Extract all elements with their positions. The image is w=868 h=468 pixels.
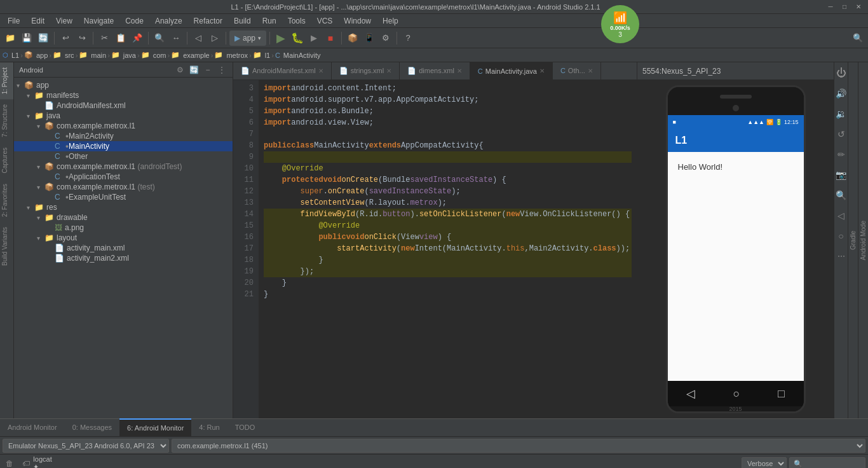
tree-item-main2activity[interactable]: C ● Main2Activity [14,131,233,141]
tree-item-java[interactable]: ▾ 📁 java [14,111,233,121]
close-button[interactable]: ✕ [854,3,863,11]
tree-item-other[interactable]: C ● Other [14,151,233,162]
tab-other-close[interactable]: ✕ [588,67,593,74]
avd-manager-btn[interactable]: 📱 [362,31,377,46]
minimize-button[interactable]: ─ [826,3,835,11]
right-tool-rotate[interactable]: ↺ [836,126,847,142]
menu-help[interactable]: Help [377,15,403,27]
phone-recent-btn[interactable]: □ [778,387,785,401]
right-tool-zoom[interactable]: 🔍 [836,187,847,203]
tab-androidmanifest[interactable]: 📄 AndroidManifest.xml ✕ [233,62,332,79]
tb-nav-fwd[interactable]: ▷ [207,31,222,46]
tb-undo-btn[interactable]: ↩ [58,31,73,46]
tree-item-app[interactable]: ▾ 📦 app [14,80,233,90]
stop-button[interactable]: ■ [323,31,338,46]
nav-l1-pkg[interactable]: 📁 l1 [253,51,271,59]
nav-example[interactable]: 📁 example [171,51,210,59]
menu-window[interactable]: Window [339,15,376,27]
nav-src[interactable]: 📁 src [53,51,74,59]
right-tool-volume-down[interactable]: 🔉 [836,106,847,122]
tb-redo-btn[interactable]: ↪ [74,31,90,46]
bottom-tab-todo[interactable]: TODO [227,418,263,436]
tab-other[interactable]: C Oth... ✕ [553,62,601,79]
run-button[interactable]: ▶ [273,31,288,46]
tab-androidmanifest-close[interactable]: ✕ [318,67,323,74]
nav-metrox[interactable]: 📁 metrox [214,51,248,59]
tab-strings[interactable]: 📄 strings.xml ✕ [332,62,400,79]
nav-com[interactable]: 📁 com [141,51,166,59]
tab-mainactivity-close[interactable]: ✕ [539,67,545,74]
tb-nav-back[interactable]: ◁ [191,31,206,46]
nav-app[interactable]: 📦 app [24,51,48,59]
tab-mainactivity[interactable]: C MainActivity.java ✕ [470,62,553,79]
menu-vcs[interactable]: VCS [312,15,338,27]
right-tool-eraser[interactable]: ✏ [836,146,847,163]
menu-refactor[interactable]: Refactor [189,15,227,27]
vert-tab-favorites[interactable]: 2: Favorites [0,179,13,222]
project-options-btn[interactable]: ⋮ [216,64,227,76]
nav-main[interactable]: 📁 main [79,51,106,59]
bt-logcat-btn[interactable]: logcat ✦ [36,457,50,469]
bt-tag-btn[interactable]: 🏷 [19,457,33,469]
right-tool-circle[interactable]: ○ [836,228,847,244]
menu-navigate[interactable]: Navigate [79,15,119,27]
sdk-manager-btn[interactable]: 📦 [345,31,360,46]
project-sync-btn[interactable]: 🔄 [188,64,200,76]
menu-view[interactable]: View [51,15,78,27]
tb-open-btn[interactable]: 📁 [3,31,18,46]
menu-analyze[interactable]: Analyze [150,15,187,27]
vert-tab-project[interactable]: 1: Project [0,62,13,99]
gradle-tab[interactable]: Gradle [848,62,858,418]
debug-button[interactable]: 🐛 [290,31,305,46]
bottom-tab-android-monitor-6[interactable]: 6: Android Monitor [119,418,191,436]
tb-sync-btn[interactable]: 🔄 [36,31,51,46]
log-filter-input[interactable] [789,457,865,469]
tree-item-applicationtest[interactable]: C ● ApplicationTest [14,172,233,182]
settings-btn[interactable]: ⚙ [378,31,393,46]
tree-item-pkg-androidtest[interactable]: ▾ 📦 com.example.metrox.l1 (androidTest) [14,162,233,172]
vert-tab-variants[interactable]: Build Variants [0,222,13,271]
log-level-selector[interactable]: Verbose Debug Info Warn Error [742,457,787,469]
tree-item-mainactivity[interactable]: C ● MainActivity [14,141,233,151]
tb-find-btn[interactable]: 🔍 [152,31,167,46]
device-selector[interactable]: Emulator Nexus_5_API_23 Android 6.0, API… [3,439,169,453]
code-editor[interactable]: 3 4 5 6 7 8 9 10 11 12 13 14 15 16 17 18… [233,80,637,418]
coverage-button[interactable]: ▶ [306,31,322,46]
android-mode-tab[interactable]: Android Mode [858,62,868,418]
search-everywhere-btn[interactable]: 🔍 [850,31,865,46]
vert-tab-captures[interactable]: Captures [0,142,13,179]
tb-copy-btn[interactable]: 📋 [113,31,128,46]
tree-item-exampleunittest[interactable]: C ● ExampleUnitTest [14,192,233,202]
tree-item-androidmanifest[interactable]: 📄 AndroidManifest.xml [14,100,233,111]
bottom-tab-run[interactable]: 4: Run [191,418,227,436]
project-collapse-btn[interactable]: − [202,64,214,76]
menu-tools[interactable]: Tools [283,15,311,27]
menu-code[interactable]: Code [120,15,149,27]
bottom-tab-android-monitor-1[interactable]: Android Monitor [0,418,65,436]
bt-clear-btn[interactable]: 🗑 [3,457,17,469]
right-tool-volume-up[interactable]: 🔊 [836,85,847,102]
tree-item-apng[interactable]: 🖼 a.png [14,223,233,233]
menu-build[interactable]: Build [229,15,256,27]
phone-home-btn[interactable]: ○ [733,387,740,401]
phone-back-btn[interactable]: ◁ [686,387,695,401]
tab-dimens[interactable]: 📄 dimens.xml ✕ [400,62,470,79]
right-tool-screenshot[interactable]: 📷 [836,167,847,183]
app-selector[interactable]: ▶ app ▾ [229,31,266,46]
nav-mainactivity[interactable]: C MainActivity [275,52,321,59]
tab-strings-close[interactable]: ✕ [386,67,391,74]
menu-run[interactable]: Run [257,15,281,27]
menu-file[interactable]: File [3,15,25,27]
nav-l1[interactable]: ⬡ L1 [3,52,19,59]
right-tool-more[interactable]: ⋯ [836,248,847,265]
tb-paste-btn[interactable]: 📌 [130,31,145,46]
tb-save-btn[interactable]: 💾 [19,31,34,46]
tree-item-drawable[interactable]: ▾ 📁 drawable [14,212,233,223]
app-selector-bottom[interactable]: com.example.metrox.l1 (451) [172,439,865,453]
project-settings-btn[interactable]: ⚙ [174,64,186,76]
menu-edit[interactable]: Edit [26,15,50,27]
code-content[interactable]: import android.content.Intent; import an… [259,80,637,418]
maximize-button[interactable]: □ [840,3,849,11]
tab-dimens-close[interactable]: ✕ [457,67,462,74]
right-tool-power[interactable]: ⏻ [836,65,847,81]
